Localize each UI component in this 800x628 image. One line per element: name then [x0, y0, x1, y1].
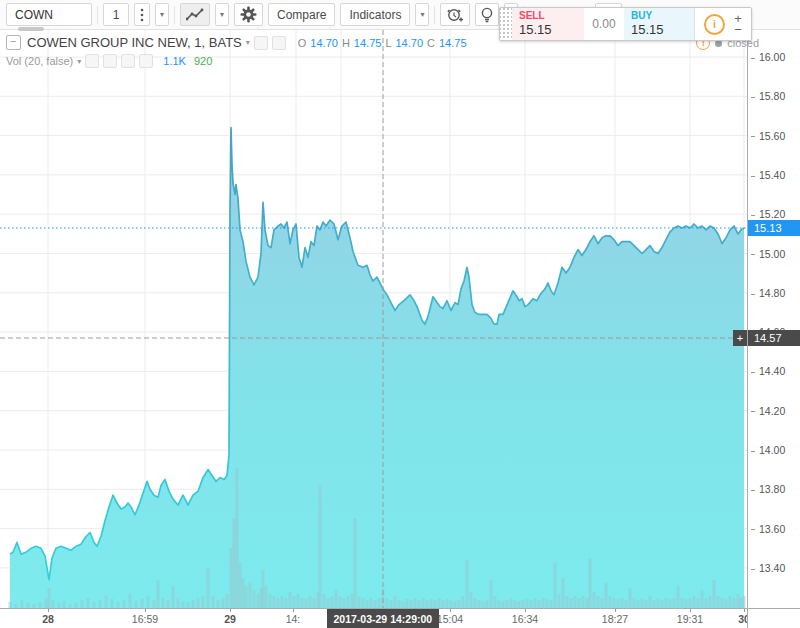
x-axis-label: 28 [42, 613, 54, 625]
crosshair-time-tooltip: 2017-03-29 14:29:00 [327, 609, 440, 628]
volume-study-label[interactable]: Vol (20, false) [6, 55, 73, 67]
trade-widget: SELL 15.15 0.00 BUY 15.15 i + − [499, 7, 752, 41]
volume-delete-icon[interactable] [121, 54, 135, 68]
symbol-legend-row: − COWEN GROUP INC NEW, 1, BATS ▾ O 14.70… [6, 35, 467, 50]
chart-style-button[interactable] [180, 3, 210, 26]
indicators-button[interactable]: Indicators [340, 3, 410, 26]
legend-settings-icon[interactable] [272, 36, 286, 50]
indicators-label: Indicators [349, 8, 401, 22]
volume-value: 1.1K [163, 55, 186, 67]
legend-collapse-button[interactable]: − [6, 35, 21, 50]
x-axis-label: 16:59 [132, 613, 158, 625]
volume-settings-icon[interactable] [103, 54, 117, 68]
y-axis-label: 13.40 [751, 562, 785, 574]
axis-corner [747, 608, 800, 628]
compare-button[interactable]: Compare [268, 3, 335, 26]
buy-label: BUY [631, 10, 687, 22]
time-axis[interactable]: 2816:592914:15:0416:3418:2719:31302017-0… [0, 608, 747, 628]
line-chart-icon [186, 8, 204, 22]
buy-button[interactable]: BUY 15.15 [624, 8, 694, 40]
x-axis-tick [690, 609, 691, 612]
y-axis-label: 15.00 [751, 248, 785, 260]
open-value: 14.70 [310, 37, 338, 49]
volume-more-icon[interactable] [139, 54, 153, 68]
interval-dropdown[interactable]: ▾ [155, 3, 169, 26]
x-axis-label: 16:34 [512, 613, 538, 625]
gear-icon [240, 6, 257, 23]
sell-price: 15.15 [519, 22, 577, 37]
last-price-tag: 15.13 [748, 220, 800, 236]
high-label: H [342, 37, 350, 49]
toolbar-divider [174, 6, 175, 24]
x-axis-label: 15:04 [437, 613, 463, 625]
sell-button[interactable]: SELL 15.15 [512, 8, 584, 40]
close-label: C [427, 37, 435, 49]
alert-button[interactable] [440, 3, 470, 26]
toolbar-divider [434, 6, 435, 24]
x-axis-label: 14: [286, 613, 301, 625]
trade-info-section: i + − [694, 8, 751, 40]
add-alert-plus-button[interactable]: + [733, 330, 747, 346]
x-axis-tick [48, 609, 49, 612]
info-glyph: i [713, 18, 716, 30]
x-axis-tick [293, 609, 294, 612]
x-axis-tick [450, 609, 451, 612]
spread-value: 0.00 [584, 8, 624, 40]
y-axis-label: 13.80 [751, 483, 785, 495]
legend-caret-icon[interactable]: ▾ [246, 38, 250, 47]
volume-legend-row: Vol (20, false) ▾ 1.1K 920 [6, 54, 467, 68]
open-label: O [298, 37, 307, 49]
y-axis-label: 16.00 [751, 51, 785, 63]
indicators-dropdown[interactable]: ▾ [415, 3, 429, 26]
toolbar-divider [97, 6, 98, 24]
price-chart-svg[interactable] [0, 30, 747, 608]
crosshair-price-tag: 14.57 [748, 330, 800, 346]
volume-eye-icon[interactable] [85, 54, 99, 68]
low-label: L [385, 37, 391, 49]
y-axis-label: 15.40 [751, 169, 785, 181]
y-axis-label: 14.00 [751, 444, 785, 456]
x-axis-label: 19:31 [677, 613, 703, 625]
qty-minus-button[interactable]: − [734, 24, 742, 35]
info-icon[interactable]: i [704, 14, 725, 35]
y-axis-label: 14.40 [751, 365, 785, 377]
chart-legend: − COWEN GROUP INC NEW, 1, BATS ▾ O 14.70… [6, 35, 467, 68]
legend-eye-icon[interactable] [254, 36, 268, 50]
interval-button[interactable]: 1 [103, 3, 129, 26]
settings-button[interactable] [234, 3, 263, 26]
x-axis-tick [744, 609, 745, 612]
interval-menu-button[interactable] [134, 3, 150, 26]
trading-app: COWN 1 ▾ ▾ [0, 0, 800, 628]
y-axis-label: 14.20 [751, 405, 785, 417]
y-axis-label: 14.80 [751, 287, 785, 299]
legend-title[interactable]: COWEN GROUP INC NEW, 1, BATS [27, 35, 242, 50]
ideas-button[interactable] [475, 3, 499, 26]
x-axis-label: 18:27 [602, 613, 628, 625]
x-axis-label: 29 [224, 613, 236, 625]
widget-drag-handle[interactable] [500, 8, 512, 40]
ohlc-values: O 14.70 H 14.75 L 14.70 C 14.75 [298, 37, 467, 49]
y-axis-label: 15.60 [751, 130, 785, 142]
chart-style-dropdown[interactable]: ▾ [215, 3, 229, 26]
qty-stepper: + − [734, 13, 742, 35]
alarm-plus-icon [446, 7, 464, 23]
area-fill [10, 128, 744, 608]
buy-price: 15.15 [631, 22, 687, 37]
compare-label: Compare [277, 8, 326, 22]
price-axis[interactable]: 16.0015.8015.6015.4015.2015.0014.8014.60… [747, 30, 800, 608]
sell-label: SELL [519, 10, 577, 22]
symbol-text: COWN [15, 8, 53, 22]
x-axis-tick [525, 609, 526, 612]
x-axis-tick [145, 609, 146, 612]
x-axis-tick [615, 609, 616, 612]
y-axis-label: 15.20 [751, 208, 785, 220]
high-value: 14.75 [354, 37, 382, 49]
toolbar-handle[interactable] [18, 27, 44, 31]
chart-pane[interactable] [0, 30, 747, 608]
lightbulb-icon [481, 7, 493, 23]
y-axis-label: 15.80 [751, 90, 785, 102]
volume-caret-icon[interactable]: ▾ [77, 57, 81, 66]
low-value: 14.70 [396, 37, 424, 49]
close-value: 14.75 [439, 37, 467, 49]
symbol-input[interactable]: COWN [6, 3, 92, 26]
